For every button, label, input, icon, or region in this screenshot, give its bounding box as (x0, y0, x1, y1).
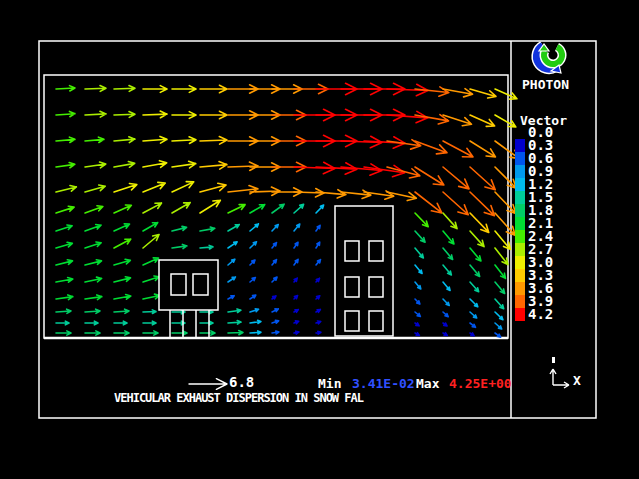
vector-arrow (468, 264, 481, 278)
vector-arrow (143, 136, 167, 144)
vector-arrow (293, 277, 299, 283)
vector-arrow (493, 264, 507, 280)
vector-arrow (200, 245, 213, 250)
vector-arrow (271, 259, 278, 266)
vector-arrow (227, 202, 246, 215)
vector-arrow (113, 203, 133, 216)
photon-logo-icon (529, 41, 567, 77)
vector-arrow (56, 85, 75, 91)
vector-arrow (250, 308, 259, 314)
vector-arrow (56, 162, 76, 170)
vector-arrow (293, 308, 299, 313)
vector-arrow (171, 200, 192, 216)
vector-arrow (414, 311, 421, 318)
building-window (345, 241, 359, 261)
vector-arrow (228, 330, 243, 335)
vector-arrow (494, 86, 519, 102)
vector-arrow (113, 222, 130, 233)
vector-arrow (84, 259, 102, 268)
vector-arrow (114, 321, 127, 325)
vector-arrow (271, 295, 277, 300)
vector-arrow (467, 163, 499, 193)
vector-arrow (56, 321, 69, 325)
vector-arrow (56, 137, 75, 144)
vector-arrow (442, 264, 453, 276)
vector-arrow (200, 161, 228, 171)
vector-arrow (493, 281, 506, 295)
vector-arrow (143, 86, 167, 93)
legend-swatch (515, 191, 525, 204)
vector-arrow (143, 310, 156, 314)
vector-arrow (228, 185, 259, 196)
legend-label: 4.2 (528, 308, 553, 321)
legend-swatch (515, 165, 525, 178)
vector-arrow (442, 332, 448, 337)
vector-arrow (469, 332, 475, 337)
legend-swatch (515, 217, 525, 230)
vector-arrow (200, 321, 213, 325)
vector-arrow (469, 85, 497, 100)
vector-arrow (56, 309, 71, 314)
legend-swatch (515, 178, 525, 191)
vector-arrow (249, 276, 256, 283)
vector-arrow (315, 241, 321, 249)
vector-arrow (172, 244, 187, 250)
vector-arrow (442, 322, 448, 327)
vector-arrow (143, 331, 158, 335)
vector-arrow (143, 293, 161, 301)
vector-arrow (442, 281, 451, 291)
vector-arrow (271, 276, 278, 283)
vector-arrow (200, 136, 227, 144)
vector-arrow (250, 331, 261, 335)
vector-arrow (142, 220, 159, 233)
building-window (369, 311, 383, 331)
vector-arrow (171, 179, 196, 195)
vector-arrow (113, 181, 138, 195)
vector-arrow (198, 197, 222, 215)
vector-arrow (414, 281, 422, 290)
vector-arrow (316, 320, 322, 324)
vector-arrow (272, 319, 280, 324)
legend-swatch (515, 256, 525, 269)
vector-arrow (228, 320, 241, 325)
vector-arrow (55, 223, 73, 233)
vector-arrow (315, 224, 322, 231)
vector-arrow (55, 241, 73, 250)
axis-indicator-icon (550, 369, 569, 388)
x-axis-label: X (573, 374, 581, 388)
vector-arrow (227, 294, 235, 300)
vector-arrow (414, 322, 420, 327)
min-label: Min (318, 377, 341, 391)
vector-arrow (249, 241, 258, 249)
vector-arrow (56, 111, 75, 118)
vector-arrow (249, 202, 266, 215)
photon-window: PHOTON Vector 0.00.30.60.91.21.51.82.12.… (0, 0, 639, 479)
vector-arrow (56, 277, 74, 285)
vector-arrow (227, 258, 236, 266)
vector-arrow (413, 230, 426, 244)
vector-arrow (113, 160, 135, 169)
vector-arrow (293, 294, 299, 300)
vector-arrow (249, 259, 256, 266)
vector-arrow (142, 274, 160, 284)
vector-arrow (364, 109, 405, 120)
vector-arrow (84, 204, 104, 215)
vector-arrow (440, 163, 472, 192)
vector-arrow (114, 85, 135, 92)
vector-arrow (200, 226, 216, 233)
vector-arrow (143, 111, 167, 119)
vector-arrow (142, 256, 159, 267)
vector-arrow (442, 311, 449, 318)
vector-arrow (293, 223, 301, 232)
y-axis-mark (552, 357, 555, 363)
vector-arrow (294, 331, 299, 335)
vector-arrow (171, 225, 187, 233)
vector-arrow (316, 331, 321, 335)
vector-arrow (56, 294, 73, 301)
vector-arrow (249, 223, 259, 232)
vector-arrow (315, 295, 321, 301)
vector-arrow (293, 258, 300, 265)
vector-arrow (413, 211, 430, 228)
vector-arrow (114, 294, 132, 302)
vector-arrow (55, 259, 73, 268)
